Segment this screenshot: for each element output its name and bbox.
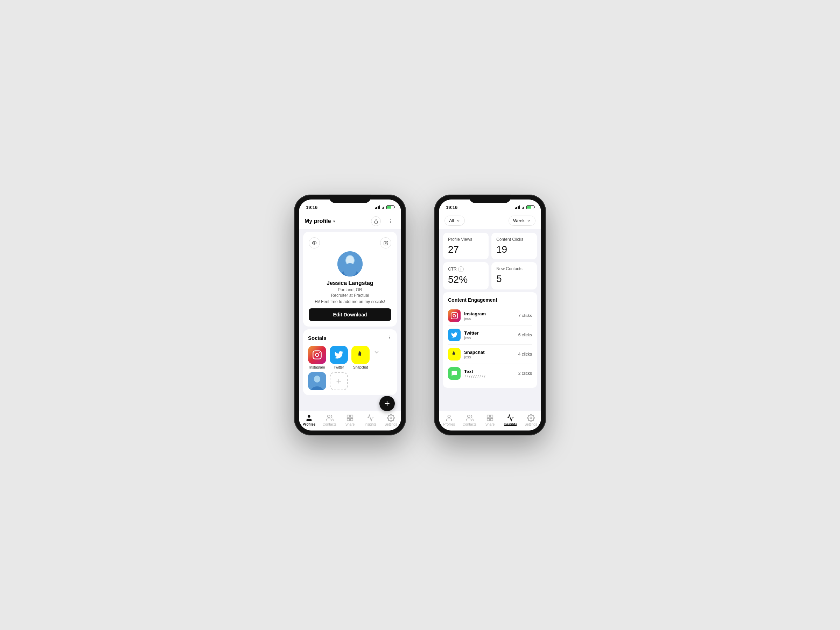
right-nav-insights[interactable]: Insights [502, 414, 519, 426]
nav-settings[interactable]: Settings [382, 414, 399, 426]
battery-icon [387, 205, 394, 209]
svg-rect-35 [487, 415, 489, 417]
contacts-nav-icon [326, 414, 333, 422]
add-social-button[interactable] [330, 372, 348, 390]
right-insights-nav-icon [507, 414, 514, 422]
right-phone-screen: 19:16 ▲ All [439, 199, 541, 431]
engagement-item-snapchat[interactable]: Snapchat jess 4 clicks [448, 345, 532, 364]
right-scroll-content: Profile Views 27 Content Clicks 19 CTR i [439, 229, 541, 431]
metric-new-contacts-value: 5 [496, 273, 532, 284]
svg-point-10 [389, 336, 390, 336]
right-nav-settings-label: Settings [525, 422, 537, 426]
svg-point-11 [389, 337, 390, 338]
socials-row2 [308, 372, 392, 390]
eng-text-name: Text [464, 369, 518, 374]
nav-contacts-label: Contacts [323, 422, 336, 426]
eng-snapchat-clicks: 4 clicks [518, 352, 532, 357]
ctr-info-icon[interactable]: i [458, 266, 464, 272]
share-button[interactable] [371, 216, 381, 226]
edit-button[interactable] [380, 237, 391, 248]
profile-location: Portland, OR [338, 287, 362, 292]
profile-job-title: Recruiter at Fractual [331, 293, 369, 298]
nav-profiles-label: Profiles [303, 422, 316, 426]
chevron-down-icon: ▾ [333, 219, 335, 223]
right-phone: 19:16 ▲ All [434, 194, 546, 436]
right-nav-profiles-label: Profiles [444, 422, 455, 426]
week-filter-button[interactable]: Week [508, 216, 535, 226]
socials-grid: Instagram Twitter [308, 346, 392, 369]
snapchat-label: Snapchat [353, 365, 368, 369]
status-time: 19:16 [306, 205, 317, 210]
instagram-label: Instagram [309, 365, 325, 369]
edit-download-button[interactable]: Edit Download [309, 308, 391, 321]
engagement-item-twitter[interactable]: Twitter jess 6 clicks [448, 325, 532, 345]
right-nav-profiles[interactable]: Profiles [441, 414, 458, 426]
engagement-item-text[interactable]: Text 7777777777 2 clicks [448, 364, 532, 383]
all-filter-label: All [449, 218, 454, 223]
svg-point-24 [327, 415, 330, 418]
social-item-snapchat[interactable]: Snapchat [351, 346, 369, 369]
metric-ctr-value: 52% [448, 274, 484, 285]
eng-twitter-clicks: 6 clicks [518, 333, 532, 337]
more-options-button[interactable] [386, 216, 395, 226]
eng-twitter-icon [448, 328, 461, 341]
right-nav-share-label: Share [485, 422, 495, 426]
metric-new-contacts: New Contacts 5 [491, 262, 537, 289]
metric-content-clicks-label: Content Clicks [496, 237, 532, 242]
nav-insights-label: Insights [364, 422, 376, 426]
social-photo-item[interactable] [308, 372, 326, 390]
twitter-label: Twitter [333, 365, 344, 369]
engagement-item-instagram[interactable]: Instagram jess 7 clicks [448, 306, 532, 325]
eng-instagram-name: Instagram [464, 311, 518, 316]
nav-share-label: Share [346, 422, 355, 426]
metric-profile-views-value: 27 [448, 244, 484, 255]
eng-text-icon [448, 367, 461, 380]
app-header: My profile ▾ [299, 212, 401, 229]
nav-contacts[interactable]: Contacts [321, 414, 338, 426]
week-filter-label: Week [513, 218, 525, 223]
right-wifi-icon: ▲ [521, 205, 525, 209]
nav-insights[interactable]: Insights [362, 414, 379, 426]
all-filter-button[interactable]: All [445, 216, 465, 226]
engagement-section: Content Engagement Instagram [443, 292, 537, 388]
social-item-twitter[interactable]: Twitter [330, 346, 348, 369]
right-signal-icon [515, 205, 520, 209]
header-profile-label: My profile [305, 218, 331, 224]
svg-point-9 [346, 256, 354, 265]
svg-point-2 [390, 221, 391, 221]
left-phone: 19:16 ▲ My profile [294, 194, 406, 436]
eye-button[interactable] [309, 237, 320, 248]
eng-snapchat-handle: jess [464, 355, 518, 359]
profile-name: Jessica Langstag [327, 280, 373, 286]
eng-text-handle: 7777777777 [464, 374, 518, 378]
nav-profiles[interactable]: Profiles [301, 414, 317, 426]
eng-twitter-info: Twitter jess [464, 330, 518, 340]
eng-twitter-handle: jess [464, 336, 518, 340]
svg-point-12 [389, 338, 390, 339]
profile-title-dropdown[interactable]: My profile ▾ [305, 218, 335, 224]
svg-point-29 [390, 417, 392, 419]
scene: 19:16 ▲ My profile [294, 194, 546, 436]
svg-rect-37 [491, 418, 493, 421]
svg-rect-27 [351, 418, 353, 421]
svg-point-39 [530, 417, 532, 419]
engagement-title: Content Engagement [448, 297, 532, 303]
right-nav-settings[interactable]: Settings [523, 414, 539, 426]
right-share-nav-icon [486, 414, 494, 422]
socials-more-button[interactable] [387, 334, 392, 342]
nav-share[interactable]: Share [342, 414, 358, 426]
eng-instagram-info: Instagram jess [464, 311, 518, 321]
status-icons: ▲ [375, 205, 394, 209]
svg-point-14 [315, 353, 319, 356]
svg-point-32 [456, 314, 456, 314]
svg-rect-25 [347, 415, 349, 417]
social-item-instagram[interactable]: Instagram [308, 346, 326, 369]
svg-rect-6 [337, 251, 363, 276]
right-nav-share[interactable]: Share [482, 414, 498, 426]
right-profiles-nav-icon [445, 414, 453, 422]
insights-nav-icon [366, 414, 374, 422]
socials-section: Socials [303, 329, 397, 395]
svg-rect-30 [451, 313, 458, 319]
fab-button[interactable] [379, 396, 395, 411]
right-nav-contacts[interactable]: Contacts [461, 414, 478, 426]
